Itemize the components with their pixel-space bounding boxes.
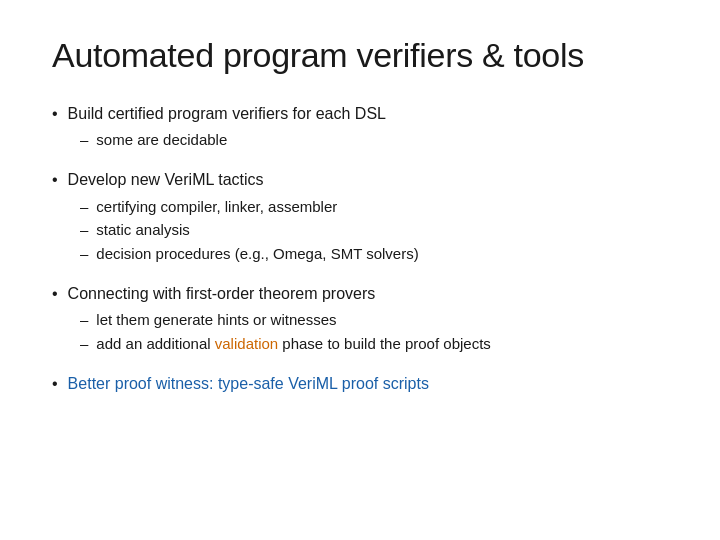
sub-bullet-text-2-2: static analysis (96, 219, 189, 241)
bullet-dot-1: • (52, 103, 58, 125)
bullet-main-text-1: Build certified program verifiers for ea… (68, 103, 386, 125)
sub-dash-1-1: – (80, 129, 88, 151)
bullet-section-3: • Connecting with first-order theorem pr… (52, 283, 668, 355)
sub-bullet-2-2: – static analysis (80, 219, 668, 241)
sub-bullet-text-3-2: add an additional validation phase to bu… (96, 333, 490, 355)
sub-bullet-3-1: – let them generate hints or witnesses (80, 309, 668, 331)
sub-bullet-text-3-2-before: add an additional (96, 335, 214, 352)
sub-bullet-text-3-2-highlight: validation (215, 335, 278, 352)
sub-bullets-1: – some are decidable (80, 129, 668, 151)
sub-bullet-2-3: – decision procedures (e.g., Omega, SMT … (80, 243, 668, 265)
sub-bullet-text-2-3: decision procedures (e.g., Omega, SMT so… (96, 243, 418, 265)
bullet-main-text-3: Connecting with first-order theorem prov… (68, 283, 376, 305)
sub-bullet-text-2-1: certifying compiler, linker, assembler (96, 196, 337, 218)
sub-dash-2-3: – (80, 243, 88, 265)
bullet-section-1: • Build certified program verifiers for … (52, 103, 668, 151)
sub-bullet-3-2: – add an additional validation phase to … (80, 333, 668, 355)
sub-bullets-2: – certifying compiler, linker, assembler… (80, 196, 668, 265)
sub-bullets-3: – let them generate hints or witnesses –… (80, 309, 668, 355)
bullet-main-4: • Better proof witness: type-safe VeriML… (52, 373, 668, 395)
bullet-dot-2: • (52, 169, 58, 191)
sub-dash-2-1: – (80, 196, 88, 218)
sub-dash-2-2: – (80, 219, 88, 241)
content-area: • Build certified program verifiers for … (52, 103, 668, 504)
sub-dash-3-2: – (80, 333, 88, 355)
bullet-main-2: • Develop new VeriML tactics (52, 169, 668, 191)
bullet-main-text-4: Better proof witness: type-safe VeriML p… (68, 373, 429, 395)
slide-title: Automated program verifiers & tools (52, 36, 668, 75)
bullet-dot-4: • (52, 373, 58, 395)
bullet-main-1: • Build certified program verifiers for … (52, 103, 668, 125)
sub-bullet-2-1: – certifying compiler, linker, assembler (80, 196, 668, 218)
bullet-main-3: • Connecting with first-order theorem pr… (52, 283, 668, 305)
sub-bullet-text-1-1: some are decidable (96, 129, 227, 151)
sub-bullet-text-3-2-after: phase to build the proof objects (278, 335, 491, 352)
bullet-section-4: • Better proof witness: type-safe VeriML… (52, 373, 668, 395)
sub-bullet-1-1: – some are decidable (80, 129, 668, 151)
bullet-dot-3: • (52, 283, 58, 305)
bullet-section-2: • Develop new VeriML tactics – certifyin… (52, 169, 668, 265)
slide: Automated program verifiers & tools • Bu… (0, 0, 720, 540)
sub-dash-3-1: – (80, 309, 88, 331)
bullet-main-text-2: Develop new VeriML tactics (68, 169, 264, 191)
sub-bullet-text-3-1: let them generate hints or witnesses (96, 309, 336, 331)
